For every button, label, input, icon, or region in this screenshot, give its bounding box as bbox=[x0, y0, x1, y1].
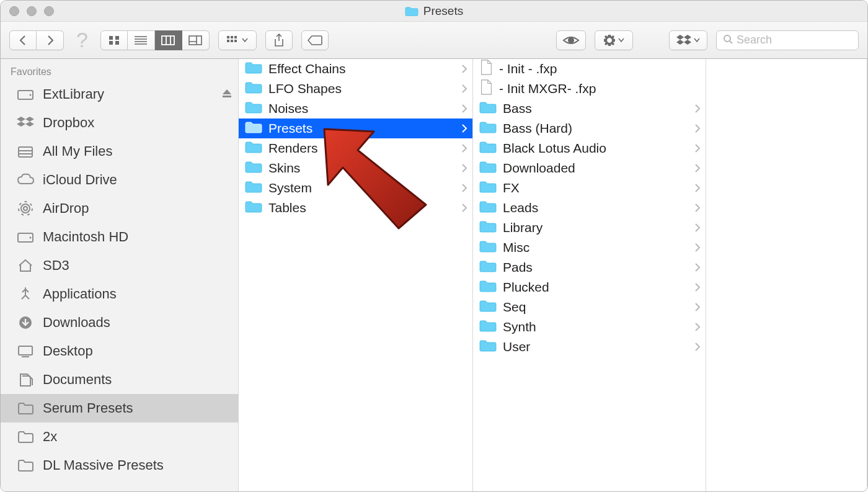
folder-row[interactable]: Plucked bbox=[473, 277, 706, 297]
eject-icon[interactable] bbox=[222, 86, 232, 102]
folder-row[interactable]: Pads bbox=[473, 257, 706, 277]
sidebar-item[interactable]: Downloads bbox=[1, 308, 238, 337]
file-icon bbox=[479, 60, 493, 79]
folder-row[interactable]: Tables bbox=[239, 198, 472, 218]
folder-row[interactable]: Renders bbox=[239, 138, 472, 158]
sidebar-item[interactable]: All My Files bbox=[1, 137, 238, 166]
browser-column-2[interactable]: - Init - .fxp - Init MXGR- .fxpBassBass … bbox=[473, 59, 706, 491]
folder-row[interactable]: Bass (Hard) bbox=[473, 119, 706, 138]
sidebar-item[interactable]: AirDrop bbox=[1, 194, 238, 223]
item-label: Synth bbox=[503, 320, 536, 334]
search-field[interactable] bbox=[716, 30, 859, 50]
search-icon bbox=[723, 34, 733, 47]
chevron-right-icon bbox=[461, 65, 467, 73]
svg-rect-17 bbox=[227, 40, 229, 42]
forward-button[interactable] bbox=[37, 30, 64, 50]
zoom-dot[interactable] bbox=[44, 6, 54, 16]
chevron-right-icon bbox=[461, 144, 467, 153]
folder-icon bbox=[479, 260, 497, 275]
browser-column-1[interactable]: Effect ChainsLFO ShapesNoisesPresetsRend… bbox=[239, 59, 473, 491]
svg-point-25 bbox=[30, 94, 32, 96]
view-columns-button[interactable] bbox=[155, 30, 182, 50]
sidebar-item[interactable]: Desktop bbox=[1, 337, 238, 365]
folder-row[interactable]: LFO Shapes bbox=[239, 79, 472, 99]
folder-icon bbox=[245, 200, 262, 216]
svg-point-21 bbox=[608, 38, 611, 42]
back-button[interactable] bbox=[9, 30, 37, 50]
sidebar-item-label: AirDrop bbox=[43, 200, 89, 217]
folder-row[interactable]: Synth bbox=[473, 317, 706, 337]
finder-body: Favorites ExtLibraryDropboxAll My Filesi… bbox=[1, 59, 867, 491]
view-icons-button[interactable] bbox=[100, 30, 128, 50]
sidebar-item-icon bbox=[16, 87, 35, 102]
folder-row[interactable]: Skins bbox=[239, 158, 472, 178]
sidebar-item[interactable]: 2x bbox=[1, 423, 238, 451]
arrange-button[interactable] bbox=[218, 30, 257, 50]
sidebar-item-label: Applications bbox=[43, 286, 117, 302]
folder-row[interactable]: Presets bbox=[239, 119, 472, 138]
folder-icon bbox=[479, 161, 497, 176]
svg-point-31 bbox=[21, 204, 30, 213]
folder-row[interactable]: Downloaded bbox=[473, 158, 706, 178]
sidebar-item-icon bbox=[16, 315, 35, 330]
folder-icon bbox=[479, 121, 497, 136]
folder-row[interactable]: Noises bbox=[239, 99, 472, 119]
item-label: Leads bbox=[503, 200, 538, 215]
sidebar-item[interactable]: Macintosh HD bbox=[1, 223, 238, 251]
view-gallery-button[interactable] bbox=[182, 30, 210, 50]
chevron-right-icon bbox=[694, 144, 701, 153]
sidebar-item-label: Desktop bbox=[43, 343, 93, 359]
folder-row[interactable]: Seq bbox=[473, 297, 706, 317]
folder-row[interactable]: FX bbox=[473, 178, 706, 198]
item-label: Noises bbox=[268, 101, 308, 116]
folder-row[interactable]: Leads bbox=[473, 198, 706, 218]
svg-line-23 bbox=[730, 41, 732, 43]
sidebar-item-icon bbox=[16, 458, 35, 473]
folder-row[interactable]: Library bbox=[473, 218, 706, 238]
folder-row[interactable]: System bbox=[239, 178, 472, 198]
sidebar-item[interactable]: DL Massive Presets bbox=[1, 451, 238, 480]
tags-button[interactable] bbox=[301, 30, 329, 50]
share-button[interactable] bbox=[265, 30, 293, 50]
item-label: Renders bbox=[268, 141, 317, 156]
sidebar-item[interactable]: Documents bbox=[1, 365, 238, 394]
item-label: Downloaded bbox=[503, 161, 575, 176]
chevron-right-icon bbox=[461, 104, 467, 113]
sidebar-item[interactable]: Dropbox bbox=[1, 109, 238, 137]
folder-row[interactable]: Black Lotus Audio bbox=[473, 138, 706, 158]
chevron-right-icon bbox=[461, 184, 467, 192]
sidebar-item[interactable]: SD3 bbox=[1, 251, 238, 280]
browser-column-3[interactable] bbox=[706, 59, 867, 491]
sidebar-item-label: Documents bbox=[43, 372, 112, 388]
folder-row[interactable]: Effect Chains bbox=[239, 59, 472, 79]
item-label: LFO Shapes bbox=[268, 81, 342, 96]
file-row[interactable]: - Init MXGR- .fxp bbox=[473, 79, 706, 99]
sidebar-item[interactable]: iCloud Drive bbox=[1, 166, 238, 194]
dropbox-toolbar-button[interactable] bbox=[669, 30, 707, 50]
file-row[interactable]: - Init - .fxp bbox=[473, 59, 706, 79]
action-gear-button[interactable] bbox=[595, 30, 633, 50]
view-list-button[interactable] bbox=[128, 30, 155, 50]
item-label: Presets bbox=[268, 121, 312, 136]
close-dot[interactable] bbox=[9, 6, 19, 16]
tags-group bbox=[301, 30, 329, 50]
chevron-right-icon bbox=[694, 204, 701, 212]
sidebar-item[interactable]: ExtLibrary bbox=[1, 80, 238, 109]
svg-rect-15 bbox=[231, 36, 233, 38]
folder-row[interactable]: Misc bbox=[473, 238, 706, 257]
share-group bbox=[265, 30, 293, 50]
sidebar[interactable]: Favorites ExtLibraryDropboxAll My Filesi… bbox=[1, 59, 239, 491]
search-input[interactable] bbox=[737, 34, 868, 47]
svg-point-30 bbox=[24, 207, 27, 210]
folder-row[interactable]: Bass bbox=[473, 99, 706, 119]
sidebar-item[interactable]: Serum Presets bbox=[1, 394, 238, 423]
sidebar-item-icon bbox=[16, 372, 35, 387]
svg-rect-37 bbox=[19, 346, 32, 355]
folder-icon bbox=[479, 300, 497, 315]
folder-row[interactable]: User bbox=[473, 337, 706, 357]
minimize-dot[interactable] bbox=[27, 6, 37, 16]
quick-look-button[interactable] bbox=[556, 30, 586, 50]
svg-point-34 bbox=[30, 237, 32, 239]
svg-point-35 bbox=[25, 287, 26, 288]
sidebar-item[interactable]: Applications bbox=[1, 280, 238, 308]
